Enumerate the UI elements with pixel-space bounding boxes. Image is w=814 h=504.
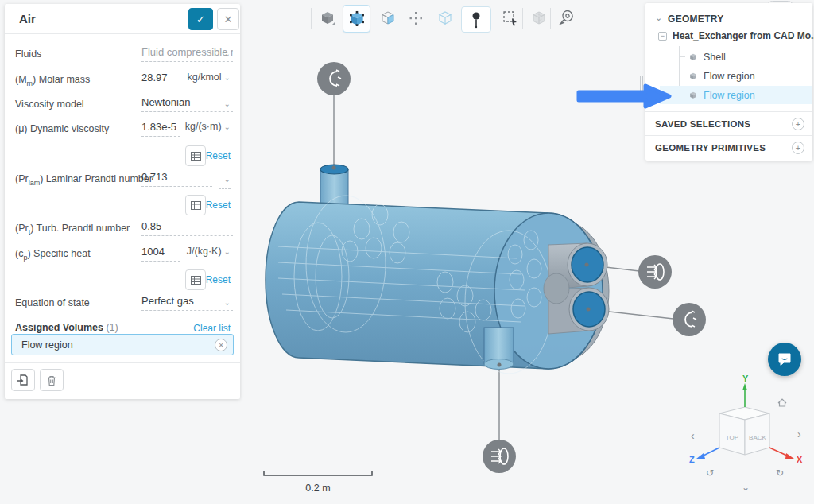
chevron-down-icon: ⌄ xyxy=(224,122,231,131)
close-icon: ✕ xyxy=(224,14,233,25)
molar-mass-unit-select[interactable]: kg/kmol⌄ xyxy=(182,72,231,87)
reset-row: Reset xyxy=(15,269,231,292)
cancel-button[interactable]: ✕ xyxy=(217,8,239,30)
rotate-left-chevron[interactable]: ‹ xyxy=(691,429,695,442)
volume-icon xyxy=(688,72,698,81)
clear-list-link[interactable]: Clear list xyxy=(193,323,231,334)
panel-title: Air xyxy=(19,12,36,25)
molar-mass-input[interactable]: 28.97 xyxy=(141,72,180,87)
chevron-down-icon: ⌄ xyxy=(224,49,231,58)
geometry-primitives-title: GEOMETRY PRIMITIVES xyxy=(655,143,766,153)
support-chat-button[interactable] xyxy=(768,343,801,376)
field-label: Viscosity model xyxy=(15,99,84,112)
axis-y-label: Y xyxy=(742,374,749,383)
fluids-select[interactable]: Fluid compressible n xyxy=(141,46,233,62)
field-row-viscosity-model: Viscosity model Newtonian ⌄ xyxy=(15,95,231,117)
inlet-nozzle-top[interactable] xyxy=(320,165,348,206)
add-saved-selection-button[interactable]: + xyxy=(792,118,804,130)
volume-select-button[interactable] xyxy=(343,5,370,33)
dynamic-viscosity-input[interactable]: 1.83e-5 xyxy=(141,121,180,137)
specific-heat-unit-select[interactable]: J/(kg·K)⌄ xyxy=(182,246,231,261)
tree-item-label: Shell xyxy=(704,52,726,63)
vertex-select-button[interactable] xyxy=(405,7,427,29)
field-label: (cp) Specific heat xyxy=(15,248,91,262)
rotate-right-chevron[interactable]: › xyxy=(797,428,801,440)
flow-annotation-bottom[interactable] xyxy=(483,440,516,473)
axis-x: X xyxy=(769,448,803,464)
face-select-icon xyxy=(379,10,397,27)
toolbar-divider xyxy=(311,8,312,29)
tree-item-flow-region-1[interactable]: Flow region xyxy=(660,67,812,85)
nav-cube[interactable]: TOP BACK xyxy=(719,407,769,455)
chevron-down-icon: ⌄ xyxy=(224,175,231,184)
hidden-geometry-button[interactable] xyxy=(528,7,550,29)
face-select-button[interactable] xyxy=(377,7,399,29)
viscosity-model-select[interactable]: Newtonian xyxy=(141,96,233,112)
add-geometry-primitive-button[interactable]: + xyxy=(792,142,804,154)
wireframe-view-button[interactable] xyxy=(434,7,456,29)
reset-link[interactable]: Reset xyxy=(206,200,231,211)
axis-z-label: Z xyxy=(689,455,695,464)
turb-prandtl-input[interactable]: 0.85 xyxy=(141,220,233,236)
field-row-dynamic-viscosity: (μ) Dynamic viscosity 1.83e-5 kg/(s·m)⌄ xyxy=(15,119,231,142)
reset-row: Reset xyxy=(15,145,231,168)
field-label: (μ) Dynamic viscosity xyxy=(15,123,109,137)
orientation-cube-widget[interactable]: TOP BACK Y Z X ‹ › ⌄ ↺ ↻ xyxy=(680,370,813,497)
geometry-primitives-section[interactable]: GEOMETRY PRIMITIVES + xyxy=(645,135,812,159)
measure-tool-button[interactable] xyxy=(556,7,578,29)
geometry-section-header[interactable]: ⌄ GEOMETRY xyxy=(645,6,812,27)
remove-icon: ✕ xyxy=(219,342,224,349)
flow-annotation-right-upper[interactable] xyxy=(638,255,672,289)
tree-item-label: Flow region xyxy=(704,90,755,101)
axis-x-label: X xyxy=(797,455,803,464)
reset-link[interactable]: Reset xyxy=(206,274,231,285)
saved-selections-title: SAVED SELECTIONS xyxy=(655,119,750,129)
home-view-button[interactable] xyxy=(778,399,786,406)
tree-collapse-toggle[interactable]: − xyxy=(658,32,667,41)
duplicate-document-icon xyxy=(17,374,29,386)
volume-icon xyxy=(688,91,698,100)
rotating-flow-annotation-right-lower[interactable] xyxy=(673,303,706,336)
roll-ccw-button[interactable]: ↺ xyxy=(706,467,714,479)
duplicate-button[interactable] xyxy=(11,369,35,391)
app-window: 0.2 m xyxy=(0,0,814,504)
axis-y: Y xyxy=(742,374,749,407)
tree-root-label[interactable]: Heat_Exchanger from CAD Mo... xyxy=(673,30,814,41)
chevron-down-icon: ⌄ xyxy=(224,73,231,82)
field-row-fluids: Fluids Fluid compressible n ⌄ xyxy=(15,45,231,67)
equation-of-state-select[interactable]: Perfect gas xyxy=(141,295,233,311)
tree-item-flow-region-2-selected[interactable]: Flow region xyxy=(660,86,812,104)
scale-bar: 0.2 m xyxy=(264,471,372,494)
field-row-specific-heat: (cp) Specific heat 1004 J/(kg·K)⌄ xyxy=(15,244,231,266)
confirm-button[interactable]: ✓ xyxy=(188,8,213,30)
box-select-button[interactable] xyxy=(499,7,521,29)
table-input-button[interactable] xyxy=(185,145,206,166)
field-label: Fluids xyxy=(15,48,41,62)
rotating-flow-annotation-top[interactable] xyxy=(317,62,351,95)
probe-point-button[interactable] xyxy=(461,6,491,33)
solid-cube-icon xyxy=(319,10,336,27)
table-input-button[interactable] xyxy=(185,195,206,215)
specific-heat-input[interactable]: 1004 xyxy=(141,246,180,262)
laminar-prandtl-unit-select[interactable]: ⌄ xyxy=(219,171,231,189)
axis-z: Z xyxy=(689,448,719,464)
cube-face-top-label: TOP xyxy=(726,434,738,441)
tree-item-shell[interactable]: Shell xyxy=(660,48,812,66)
rotate-down-chevron[interactable]: ⌄ xyxy=(742,482,750,493)
table-input-button[interactable] xyxy=(185,269,206,290)
remove-chip-button[interactable]: ✕ xyxy=(215,339,227,351)
assigned-volume-chip[interactable]: Flow region ✕ xyxy=(11,334,234,355)
plus-icon: + xyxy=(796,143,800,153)
marquee-select-icon xyxy=(501,9,520,28)
roll-cw-button[interactable]: ↻ xyxy=(776,467,784,479)
field-row-molar-mass: (Mm) Molar mass 28.97 kg/kmol⌄ xyxy=(15,70,231,92)
reset-row: Reset xyxy=(15,195,231,217)
solid-select-mode-button[interactable] xyxy=(316,7,339,29)
scale-label: 0.2 m xyxy=(305,483,330,494)
volume-select-icon xyxy=(347,10,366,29)
dynamic-viscosity-unit-select[interactable]: kg/(s·m)⌄ xyxy=(182,121,231,136)
reset-link[interactable]: Reset xyxy=(206,150,231,161)
delete-button[interactable] xyxy=(40,369,64,391)
laminar-prandtl-input[interactable]: 0.713 xyxy=(141,171,212,187)
chip-label: Flow region xyxy=(21,339,73,351)
